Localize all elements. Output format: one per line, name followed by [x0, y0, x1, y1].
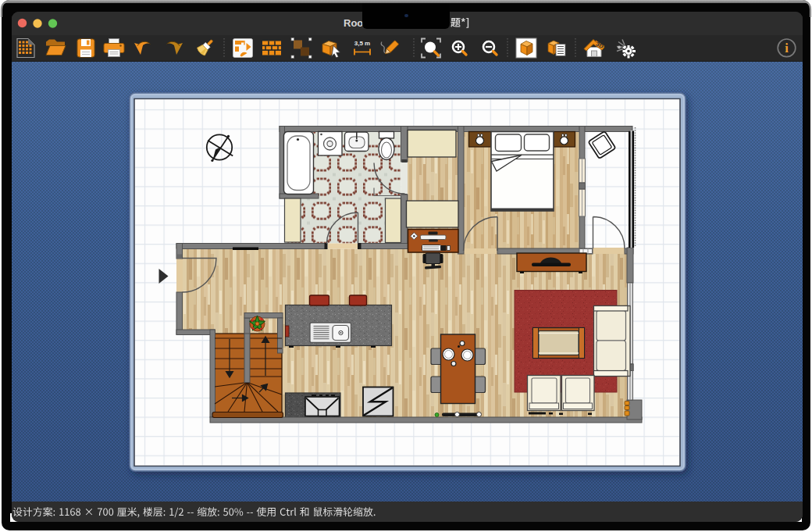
svg-text:3,5 m: 3,5 m — [354, 40, 370, 47]
svg-text:i: i — [785, 41, 789, 55]
